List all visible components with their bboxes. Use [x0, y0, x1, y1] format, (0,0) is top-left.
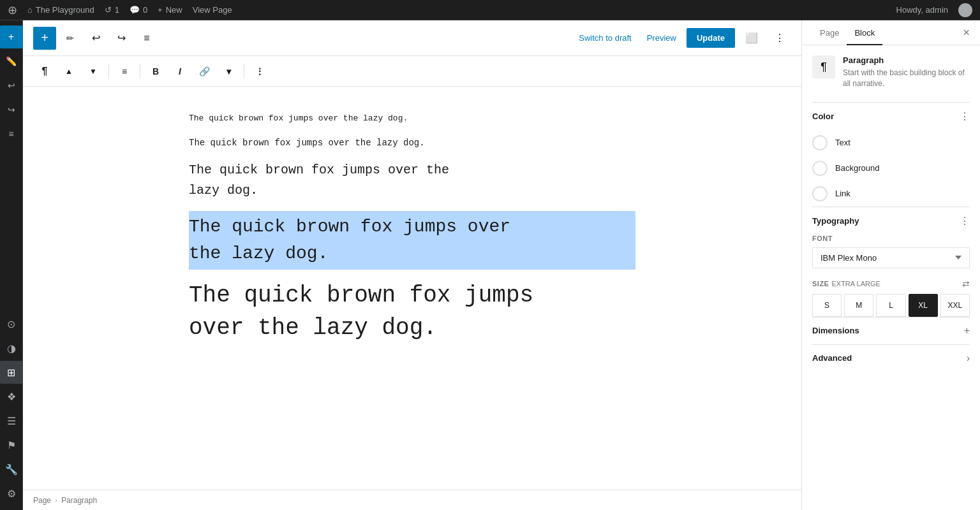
media-icon[interactable]: ☰: [0, 409, 23, 432]
color-section-header[interactable]: Color ⋮: [812, 103, 970, 130]
advanced-section-title: Advanced: [812, 353, 967, 363]
background-color-circle: [812, 161, 828, 176]
block-mover-up[interactable]: ▲: [57, 60, 80, 83]
paragraph-block-5: The quick brown fox jumpsover the lazy d…: [189, 280, 635, 344]
add-block-toolbar-button[interactable]: +: [33, 27, 56, 50]
preview-button[interactable]: Preview: [642, 33, 681, 43]
color-link-option[interactable]: Link: [812, 181, 970, 207]
updates-icon: ↺: [105, 5, 112, 15]
edit-mode-button[interactable]: ✏: [59, 27, 82, 50]
size-xxl-button[interactable]: XXL: [940, 294, 970, 317]
size-l-button[interactable]: L: [876, 294, 905, 317]
tools-icon[interactable]: 🔧: [0, 458, 23, 481]
new-item[interactable]: + New: [158, 5, 182, 15]
link-button[interactable]: 🔗: [193, 60, 216, 83]
advanced-section-header[interactable]: Advanced ›: [812, 344, 970, 372]
editor-content[interactable]: The quick brown fox jumps over the lazy …: [23, 87, 801, 490]
right-panel: Page Block × ¶ Paragraph Start with the …: [801, 20, 980, 510]
size-buttons: S M L XL XXL: [812, 294, 970, 317]
panel-close-button[interactable]: ×: [963, 20, 970, 45]
color-background-option[interactable]: Background: [812, 156, 970, 181]
dimensions-section-header[interactable]: Dimensions +: [812, 317, 970, 344]
toolbar-right: Switch to draft Preview Update ⬜ ⋮: [574, 27, 791, 50]
color-section: Color ⋮ Text Background Link: [812, 102, 970, 207]
paragraph-block-2: The quick brown fox jumps over the lazy …: [189, 136, 635, 150]
typography-section: Typography ⋮ FONT IBM Plex Mono Arial Ge…: [812, 207, 970, 317]
font-select[interactable]: IBM Plex Mono Arial Georgia: [812, 247, 970, 268]
redo-button[interactable]: ↪: [110, 27, 133, 50]
size-xl-button[interactable]: XL: [909, 294, 938, 317]
dimensions-add-button[interactable]: +: [964, 325, 970, 337]
bold-button[interactable]: B: [144, 60, 167, 83]
blocks-icon[interactable]: ⊞: [0, 361, 23, 384]
size-control: SIZE EXTRA LARGE ⇄ S M L XL XXL: [812, 279, 970, 317]
dimensions-section-title: Dimensions: [812, 326, 964, 335]
patterns-icon[interactable]: ❖: [0, 385, 23, 408]
link-color-circle: [812, 186, 828, 201]
block-info: Paragraph Start with the basic building …: [843, 55, 970, 89]
block-more-options-button[interactable]: ⋮: [248, 60, 271, 83]
edit-tool-icon[interactable]: ✏️: [0, 50, 23, 73]
navigation-icon[interactable]: ⊙: [0, 312, 23, 335]
main-layout: + ✏️ ↩ ↪ ≡ ⊙ ◑ ⊞ ❖ ☰ ⚑ 🔧 ⚙ + ✏ ↩ ↪ ≡ Swi…: [0, 20, 980, 510]
size-m-button[interactable]: M: [844, 294, 873, 317]
switch-to-draft-button[interactable]: Switch to draft: [574, 33, 636, 43]
comments-icon: 💬: [130, 5, 140, 15]
block-description: Start with the basic building block of a…: [843, 68, 970, 89]
site-name[interactable]: ⌂ The Playground: [27, 5, 94, 15]
italic-button[interactable]: I: [168, 60, 191, 83]
color-section-menu[interactable]: ⋮: [960, 110, 970, 122]
admin-avatar: [958, 3, 972, 17]
color-section-title: Color: [812, 112, 960, 121]
add-block-button[interactable]: +: [0, 26, 23, 48]
updates-item[interactable]: ↺ 1: [105, 5, 119, 15]
comments-item[interactable]: 💬 0: [130, 5, 147, 15]
more-options-button[interactable]: ⋮: [768, 27, 791, 50]
breadcrumb-block[interactable]: Paragraph: [61, 496, 97, 505]
text-color-label: Text: [835, 138, 850, 147]
block-type-icon: ¶: [812, 55, 835, 78]
undo-icon[interactable]: ↩: [0, 74, 23, 97]
paragraph-block-type[interactable]: ¶: [33, 60, 56, 83]
panel-content: ¶ Paragraph Start with the basic buildin…: [802, 45, 980, 510]
styles-icon[interactable]: ◑: [0, 337, 23, 360]
font-label: FONT: [812, 235, 970, 242]
wp-logo-icon[interactable]: ⊕: [8, 3, 17, 17]
align-button[interactable]: ≡: [113, 60, 136, 83]
more-rich-text-button[interactable]: ▾: [217, 60, 240, 83]
size-label-row: SIZE EXTRA LARGE ⇄: [812, 279, 970, 289]
view-page-item[interactable]: View Page: [193, 5, 232, 15]
typography-section-header[interactable]: Typography ⋮: [812, 207, 970, 235]
size-extra-label: EXTRA LARGE: [831, 280, 880, 288]
plugins-icon[interactable]: ⚙: [0, 482, 23, 505]
feedback-icon[interactable]: ⚑: [0, 433, 23, 456]
paragraph-block-3: The quick brown fox jumps over thelazy d…: [189, 160, 635, 201]
block-tab[interactable]: Block: [847, 20, 882, 45]
background-color-label: Background: [835, 163, 879, 173]
font-control: FONT IBM Plex Mono Arial Georgia: [812, 235, 970, 279]
size-reset-button[interactable]: ⇄: [962, 279, 970, 289]
block-header: ¶ Paragraph Start with the basic buildin…: [812, 55, 970, 89]
link-color-label: Link: [835, 189, 850, 198]
size-label: SIZE: [812, 280, 829, 288]
editor-area: + ✏ ↩ ↪ ≡ Switch to draft Preview Update…: [23, 20, 801, 510]
editor-toolbar: + ✏ ↩ ↪ ≡ Switch to draft Preview Update…: [23, 20, 801, 56]
list-view-icon[interactable]: ≡: [0, 122, 23, 145]
typography-section-menu[interactable]: ⋮: [960, 215, 970, 227]
update-button[interactable]: Update: [687, 28, 735, 48]
howdy-text: Howdy, admin: [896, 5, 948, 15]
undo-button[interactable]: ↩: [84, 27, 107, 50]
view-toggle-button[interactable]: ⬜: [740, 27, 763, 50]
block-mover-down[interactable]: ▼: [82, 60, 105, 83]
document-overview-button[interactable]: ≡: [135, 27, 158, 50]
breadcrumb-page[interactable]: Page: [33, 496, 51, 505]
paragraph-text-2: The quick brown fox jumps over the lazy …: [189, 136, 635, 150]
paragraph-text-4: The quick brown fox jumps overthe lazy d…: [189, 211, 635, 270]
advanced-chevron-icon[interactable]: ›: [967, 353, 970, 364]
redo-icon[interactable]: ↪: [0, 98, 23, 121]
panel-tabs: Page Block ×: [802, 20, 980, 45]
size-s-button[interactable]: S: [812, 294, 842, 317]
page-tab[interactable]: Page: [812, 20, 847, 45]
color-text-option[interactable]: Text: [812, 130, 970, 156]
block-name: Paragraph: [843, 55, 970, 65]
